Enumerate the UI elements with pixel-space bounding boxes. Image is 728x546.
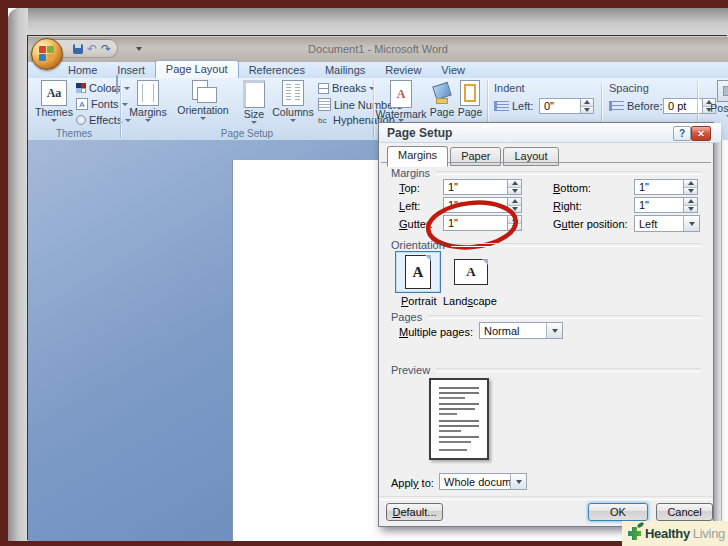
theme-fonts-label: Fonts [91,98,119,110]
tab-review[interactable]: Review [375,62,431,78]
landscape-option[interactable]: A [447,255,495,289]
frame-border-top [0,0,728,8]
bottom-margin-stepper[interactable] [684,179,698,195]
dialog-tab-paper[interactable]: Paper [450,147,501,166]
size-icon [243,80,265,108]
spinner-down-icon [684,205,697,213]
themes-button[interactable]: Aa Themes [34,80,74,122]
right-margin-strip [712,140,728,541]
qat-customize-icon[interactable] [136,47,142,51]
theme-effects-icon [76,115,86,125]
window-edge-line [721,140,722,541]
frame-mat-left [8,8,28,541]
ok-button[interactable]: OK [588,503,648,521]
indent-left-stepper[interactable] [581,98,594,114]
top-margin-label: Top: [399,182,420,194]
margins-icon [137,80,159,106]
default-button[interactable]: Default... [386,503,443,521]
margins-button[interactable]: Margins [128,80,168,122]
left-margin-stepper[interactable] [508,197,522,213]
orientation-icon [190,80,216,104]
dialog-title-bar[interactable]: Page Setup [379,123,721,143]
gutter-label: Gutter: [399,218,433,230]
tab-home[interactable]: Home [58,62,107,78]
apply-to-select[interactable]: Whole document [439,473,527,490]
group-separator [120,80,121,138]
line-numbers-icon [318,98,331,111]
right-margin-label: Right: [553,200,582,212]
page-borders-label: Page [458,106,483,118]
columns-button[interactable]: Columns [272,80,314,122]
tab-references[interactable]: References [239,62,315,78]
watermark-icon: A [390,80,412,108]
page-color-icon [432,80,452,106]
multiple-pages-value: Normal [480,323,546,338]
top-margin-input[interactable]: 1" [443,179,508,195]
dropdown-arrow-icon [510,474,526,489]
page-color-button[interactable]: Page [429,80,455,118]
spacing-before-icon [609,101,624,111]
ribbon-group-themes: Aa Themes Colors A Fonts Effects Themes [30,78,118,140]
chevron-down-icon [145,119,151,122]
page-setup-dialog-launcher-icon[interactable] [116,75,118,94]
page-borders-button[interactable]: Page [457,80,483,118]
portrait-option[interactable]: A [395,251,441,293]
top-margin-value: 1" [448,181,458,193]
watermark-button[interactable]: A Watermark [377,80,425,120]
gutter-position-select[interactable]: Left [634,215,700,232]
dialog-close-button[interactable]: ✕ [691,126,711,141]
tab-page-layout[interactable]: Page Layout [155,60,239,79]
chevron-down-icon [200,117,206,120]
right-margin-value: 1" [639,199,649,211]
left-margin-value: 1" [448,199,458,211]
gutter-position-value: Left [635,216,683,231]
multiple-pages-select[interactable]: Normal [479,322,563,339]
indent-left-row: Left: [494,100,533,112]
indent-left-input[interactable]: 0" [539,98,581,114]
bottom-margin-input[interactable]: 1" [634,179,684,195]
dialog-help-button[interactable]: ? [673,126,691,141]
title-bar: Document1 - Microsoft Word ↶ ↷ [28,36,728,62]
spinner-down-icon [684,187,697,195]
save-icon[interactable] [73,44,83,54]
watermark-label: Watermark [376,108,427,120]
help-icon: ? [679,128,685,139]
tab-view[interactable]: View [431,62,475,78]
dialog-footer-divider [379,496,713,500]
orientation-button[interactable]: Orientation [174,80,232,120]
chevron-down-icon [251,121,257,124]
page-color-label: Page [430,106,455,118]
redo-icon[interactable]: ↷ [101,43,111,55]
top-margin-stepper[interactable] [508,179,522,195]
gutter-input[interactable]: 1" [443,215,508,231]
indent-left-icon [494,101,509,111]
portrait-label: Portrait [401,295,436,307]
position-button[interactable]: Position [703,80,728,118]
breaks-button[interactable]: Breaks [318,82,375,94]
office-logo-icon [39,46,54,61]
dialog-tab-layout[interactable]: Layout [503,147,558,166]
indent-left-label: Left: [512,100,533,112]
apply-to-label: Apply to: [391,477,434,489]
dialog-tab-margins[interactable]: Margins [387,146,448,167]
tab-mailings[interactable]: Mailings [315,62,375,78]
multiple-pages-label: Multiple pages: [399,326,473,338]
brand-name-light: Living [693,526,725,541]
left-margin-input[interactable]: 1" [443,197,508,213]
spinner-down-icon [508,205,521,213]
size-button[interactable]: Size [238,80,270,124]
page-borders-icon [460,80,480,106]
office-button[interactable] [31,38,63,70]
columns-label: Columns [272,106,313,118]
frame-border-bottom [0,541,728,546]
gutter-position-label: Gutter position: [553,218,628,230]
margins-label: Margins [129,106,166,118]
right-margin-input[interactable]: 1" [634,197,684,213]
landscape-label: Landscape [443,295,497,307]
dialog-title: Page Setup [387,126,452,140]
cancel-button[interactable]: Cancel [656,503,713,521]
gutter-stepper[interactable] [508,215,522,231]
undo-icon[interactable]: ↶ [87,43,97,55]
right-margin-stepper[interactable] [684,197,698,213]
tab-insert[interactable]: Insert [107,62,155,78]
